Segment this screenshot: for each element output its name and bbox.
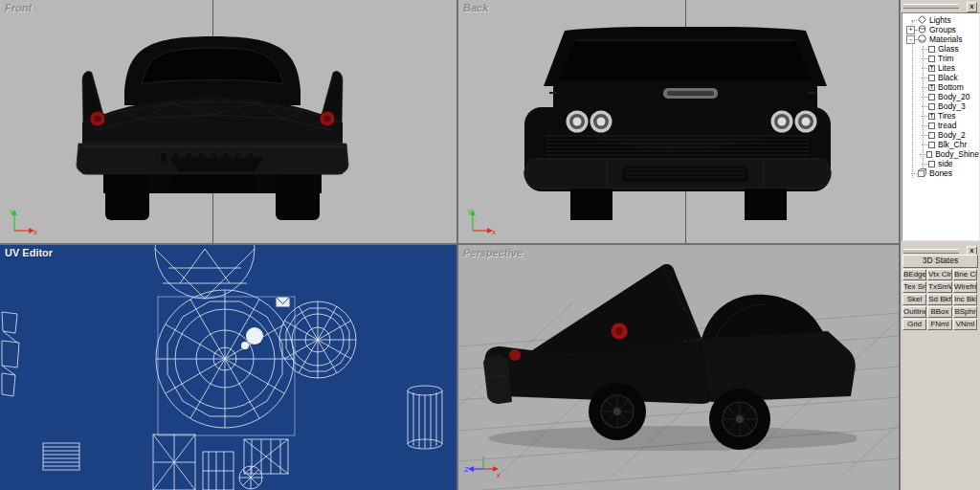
state-button-tex-sm[interactable]: Tex Sm [902, 281, 926, 293]
state-button-bsphr[interactable]: BSphr [953, 306, 977, 318]
states-button-grid: BEdge Vtx Clr Bne Clr Tex Sm TxSmWr Wire… [902, 269, 977, 330]
z-axis-label: Z [464, 465, 469, 474]
axis-gizmo: Y x [8, 207, 40, 235]
state-button-wirefrme[interactable]: Wirefrme [953, 281, 977, 293]
uv-wireframe-mesh [0, 245, 457, 490]
state-button-vtx-clr[interactable]: Vtx Clr [927, 269, 952, 280]
car-front-view-render [507, 27, 848, 220]
viewport-front[interactable]: Y x Front [0, 0, 457, 243]
tree-item-lights[interactable]: Lights [902, 15, 979, 25]
bones-icon [918, 168, 926, 179]
state-button-inc-bkf[interactable]: Inc Bkf [953, 294, 977, 305]
tree-item-body-shine[interactable]: Body_Shine [902, 149, 979, 159]
collapse-icon[interactable]: - [906, 35, 915, 44]
material-item-icon [926, 151, 933, 158]
tree-item-black[interactable]: Black [902, 73, 979, 82]
state-button-vnml[interactable]: VNml [953, 319, 977, 330]
tree-item-trim[interactable]: Trim [902, 54, 979, 63]
car-perspective-render [474, 251, 857, 457]
y-axis-label: Y [467, 208, 473, 216]
x-axis-label: x [497, 471, 501, 479]
scene-tree-panel: Lights + Groups - Materials Glass [902, 12, 980, 241]
app-window: Y x Front [0, 0, 980, 490]
car-rear-view-render [65, 31, 360, 220]
x-axis-label: x [492, 228, 496, 235]
tree-item-tires[interactable]: T Tires [902, 111, 979, 121]
tree-item-materials[interactable]: - Materials [902, 34, 979, 44]
textured-material-icon: T [928, 84, 935, 91]
tree-item-body-3[interactable]: Body_3 [902, 101, 979, 111]
tree-item-groups[interactable]: + Groups [902, 25, 979, 34]
tree-item-tread[interactable]: tread [902, 121, 979, 130]
state-button-fnml[interactable]: FNml [927, 319, 952, 330]
state-button-bedge[interactable]: BEdge [902, 269, 926, 280]
y-axis-label: Y [9, 208, 14, 216]
state-button-bne-clr[interactable]: Bne Clr [953, 269, 977, 280]
state-button-txsmwr[interactable]: TxSmWr [927, 281, 952, 293]
textured-material-icon: T [928, 113, 935, 120]
tree-item-bottom[interactable]: T Bottom [902, 82, 979, 92]
material-item-icon [928, 46, 935, 53]
states-panel-title: 3D States [902, 255, 978, 268]
state-button-grid[interactable]: Grid [902, 319, 926, 330]
textured-material-icon: T [928, 65, 935, 72]
material-item-icon [928, 103, 935, 110]
tree-panel-close-icon[interactable]: x [967, 2, 977, 12]
viewport-label-perspective: Perspective [463, 247, 523, 258]
viewport-label-front: Front [5, 2, 32, 13]
tree-item-bones[interactable]: Bones [902, 168, 979, 178]
material-item-icon [928, 132, 935, 139]
viewport-label-uv-editor: UV Editor [5, 247, 53, 258]
state-button-bbox[interactable]: BBox [927, 306, 952, 318]
state-button-skel[interactable]: Skel [902, 294, 926, 305]
tree-item-side[interactable]: side [902, 159, 979, 168]
x-axis-label: x [33, 228, 37, 235]
material-item-icon [928, 56, 935, 62]
viewport-perspective[interactable]: Z x Perspective [458, 245, 899, 490]
material-item-icon [928, 161, 935, 167]
material-item-icon [928, 94, 935, 100]
material-item-icon [928, 75, 935, 81]
tree-item-body-20[interactable]: Body_20 [902, 92, 979, 101]
right-panel-column: x Lights + Groups - [901, 0, 980, 490]
state-button-outline[interactable]: Outline [902, 306, 926, 318]
texture-image-icon [276, 297, 290, 307]
tree-panel-grip[interactable] [903, 4, 959, 9]
axis-gizmo: Y x [466, 207, 499, 235]
tree-item-blk-chr[interactable]: Blk_Chr [902, 140, 979, 149]
state-button-sd-bkf[interactable]: Sd Bkf [927, 294, 952, 305]
expand-icon[interactable]: + [906, 26, 915, 34]
states-panel-grip[interactable] [903, 249, 959, 254]
viewport-back[interactable]: Y x Back [458, 0, 899, 243]
viewport-uv-editor[interactable]: UV Editor [0, 245, 457, 490]
tree-item-body-2[interactable]: Body_2 [902, 130, 979, 140]
axis-gizmo: Z x [464, 454, 502, 479]
tree-item-glass[interactable]: Glass [902, 44, 979, 54]
material-item-icon [928, 122, 935, 129]
tree-item-lites[interactable]: T Lites [902, 63, 979, 73]
material-icon [918, 34, 926, 45]
material-item-icon [928, 142, 935, 148]
viewport-label-back: Back [463, 2, 488, 13]
